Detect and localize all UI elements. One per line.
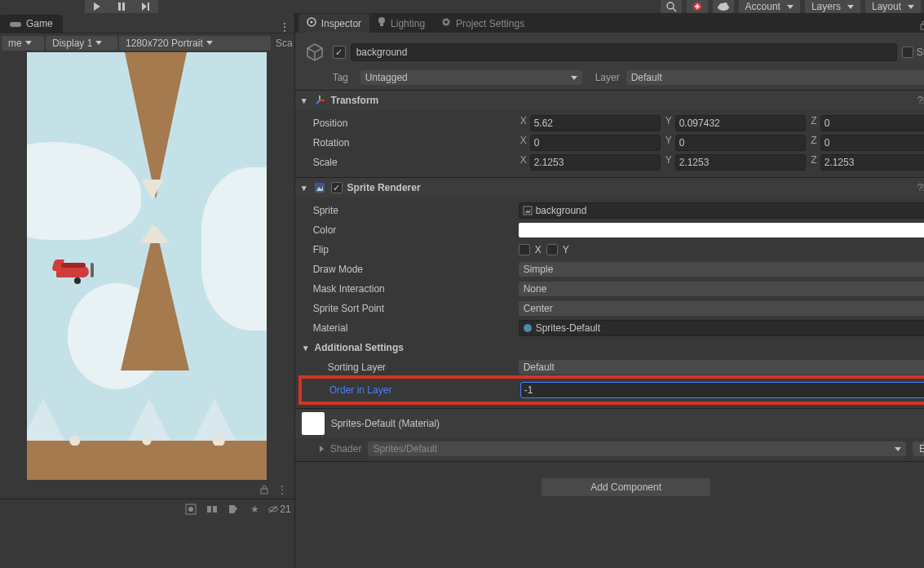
project-settings-tab-label: Project Settings xyxy=(456,18,524,29)
material-section: Sprites-Default (Material) ?⃝ ⋮ Shader S… xyxy=(295,409,924,462)
resolution-dropdown[interactable]: 1280x720 Portrait xyxy=(119,36,271,51)
lighting-tab[interactable]: Lighting xyxy=(369,14,433,33)
rotation-y-input[interactable] xyxy=(675,135,806,151)
project-settings-tab[interactable]: Project Settings xyxy=(433,14,533,33)
order-in-layer-highlight: Order in Layer xyxy=(298,375,924,405)
game-mode-dropdown[interactable]: me xyxy=(2,36,44,51)
filter-scene-icon[interactable] xyxy=(182,502,200,517)
add-component-button[interactable]: Add Component xyxy=(542,478,710,496)
svg-point-19 xyxy=(310,21,312,24)
svg-line-6 xyxy=(673,8,676,11)
game-icon xyxy=(10,20,21,28)
svg-marker-3 xyxy=(142,2,147,11)
layout-label: Layout xyxy=(872,1,901,12)
filter-type-icon[interactable] xyxy=(203,502,221,517)
edit-shader-button[interactable]: Edit... xyxy=(913,442,924,456)
hidden-count-value: 21 xyxy=(280,504,290,515)
foldout-icon[interactable] xyxy=(320,446,324,452)
sprite-renderer-component: ▼ Sprite Renderer ?⃝ ⋮ Sprite background xyxy=(295,178,924,409)
svg-point-10 xyxy=(723,2,727,7)
project-toolbar: ★ 21 xyxy=(0,499,294,519)
draw-mode-dropdown[interactable]: Simple xyxy=(519,262,924,277)
svg-rect-4 xyxy=(148,2,149,11)
lighting-tab-label: Lighting xyxy=(391,18,425,29)
material-field[interactable]: Sprites-Default xyxy=(519,320,924,336)
step-button[interactable] xyxy=(134,0,158,13)
svg-rect-24 xyxy=(921,24,924,29)
hidden-count[interactable]: 21 xyxy=(267,504,290,515)
rotation-x-input[interactable] xyxy=(530,135,661,151)
transform-component: ▼ Transform ?⃝ ⋮ Position X Y Z xyxy=(295,91,924,178)
pause-button[interactable] xyxy=(109,0,134,13)
lightbulb-icon xyxy=(378,17,386,29)
scale-label: Sca xyxy=(272,38,293,49)
sorting-layer-dropdown[interactable]: Default xyxy=(519,360,924,375)
gameobject-name-input[interactable] xyxy=(351,43,897,61)
order-in-layer-label: Order in Layer xyxy=(303,384,517,396)
tab-context-menu-icon[interactable]: ⋮ xyxy=(273,482,291,497)
static-label: Static xyxy=(917,47,924,58)
position-z-input[interactable] xyxy=(820,115,924,131)
sprite-renderer-title: Sprite Renderer xyxy=(347,182,913,193)
mask-interaction-dropdown[interactable]: None xyxy=(519,282,924,296)
tag-dropdown[interactable]: Untagged xyxy=(360,70,582,85)
material-label: Material xyxy=(302,322,515,334)
position-x-input[interactable] xyxy=(530,115,661,131)
help-icon[interactable]: ?⃝ xyxy=(917,182,924,194)
svg-rect-15 xyxy=(207,506,211,513)
transform-icon xyxy=(313,94,326,107)
foldout-icon[interactable]: ▼ xyxy=(300,184,308,193)
mask-interaction-label: Mask Interaction xyxy=(302,283,515,295)
filter-label-icon[interactable] xyxy=(224,502,242,517)
game-tab[interactable]: Game xyxy=(0,15,63,33)
scale-x-input[interactable] xyxy=(530,154,661,171)
favorites-icon[interactable]: ★ xyxy=(245,502,263,517)
layer-label: Layer xyxy=(587,72,621,83)
gear-icon xyxy=(441,17,451,29)
game-toolbar: me Display 1 1280x720 Portrait Sca xyxy=(0,33,294,52)
tab-context-menu-icon[interactable]: ⋮ xyxy=(275,21,294,33)
material-preview[interactable] xyxy=(302,412,325,435)
inspector-tab[interactable]: Inspector xyxy=(298,14,369,33)
play-button[interactable] xyxy=(85,0,109,13)
sort-point-label: Sprite Sort Point xyxy=(302,303,515,314)
shader-dropdown[interactable]: Sprites/Default xyxy=(368,442,906,456)
additional-settings-label: Additional Settings xyxy=(315,342,404,353)
active-checkbox[interactable] xyxy=(333,46,346,59)
sort-point-dropdown[interactable]: Center xyxy=(519,301,924,316)
foldout-icon[interactable]: ▼ xyxy=(300,96,308,105)
tag-value: Untagged xyxy=(365,72,408,83)
lock-icon[interactable] xyxy=(255,482,273,497)
layer-dropdown[interactable]: Default xyxy=(626,70,924,85)
game-tab-bar: Game ⋮ xyxy=(0,13,294,33)
static-toggle[interactable]: Static xyxy=(902,47,924,58)
svg-line-27 xyxy=(316,100,320,104)
layers-label: Layers xyxy=(811,1,841,12)
rotation-label: Rotation xyxy=(302,137,515,149)
svg-point-22 xyxy=(444,20,449,24)
top-toolbar: Account Layers Layout xyxy=(0,0,924,13)
order-in-layer-input[interactable] xyxy=(520,382,924,398)
scale-y-input[interactable] xyxy=(675,154,806,171)
transform-title: Transform xyxy=(331,95,913,106)
scale-label: Scale xyxy=(302,157,515,168)
display-dropdown[interactable]: Display 1 xyxy=(46,36,117,51)
color-label: Color xyxy=(302,224,515,236)
flip-y-checkbox[interactable] xyxy=(546,244,558,255)
lock-icon[interactable] xyxy=(915,18,924,33)
position-y-input[interactable] xyxy=(675,115,806,131)
svg-point-14 xyxy=(188,507,193,512)
color-field[interactable] xyxy=(519,223,924,237)
game-canvas xyxy=(27,52,267,480)
foldout-icon[interactable]: ▼ xyxy=(302,344,310,353)
flip-x-checkbox[interactable] xyxy=(519,244,530,255)
scale-z-input[interactable] xyxy=(820,154,924,171)
rotation-z-input[interactable] xyxy=(820,135,924,151)
help-icon[interactable]: ?⃝ xyxy=(917,95,924,107)
gameobject-icon[interactable] xyxy=(302,39,328,65)
component-enabled-checkbox[interactable] xyxy=(331,182,343,193)
play-controls xyxy=(85,0,158,13)
sprite-field[interactable]: background xyxy=(519,202,924,219)
resolution-label: 1280x720 Portrait xyxy=(126,38,203,49)
shader-label: Shader xyxy=(330,443,362,455)
